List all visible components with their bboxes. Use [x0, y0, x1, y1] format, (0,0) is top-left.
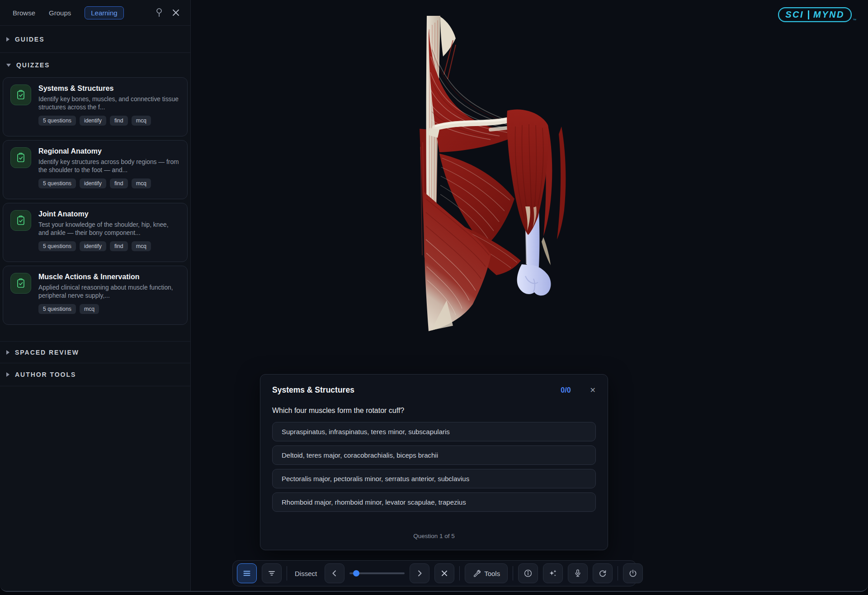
- badge: identify: [80, 178, 106, 188]
- quiz-card-muscle-actions[interactable]: Muscle Actions & Innervation Applied cli…: [3, 266, 188, 325]
- badge: mcq: [132, 241, 151, 251]
- wrench-icon: [472, 569, 481, 577]
- quiz-card-joint-anatomy[interactable]: Joint Anatomy Test your knowledge of the…: [3, 203, 188, 262]
- badge: identify: [80, 116, 106, 126]
- quiz-card-icon: [10, 273, 31, 294]
- quiz-card-icon: [10, 84, 31, 105]
- dissect-close-button[interactable]: [434, 563, 454, 583]
- quiz-card-icon: [10, 210, 31, 231]
- sparkles-icon: [548, 569, 557, 578]
- app-window: SCI MYND ™ Browse Groups Learning: [0, 0, 868, 592]
- toolbar-divider: [287, 566, 287, 581]
- badge: mcq: [132, 178, 151, 188]
- quiz-card-title: Muscle Actions & Innervation: [38, 273, 180, 281]
- answer-option-3[interactable]: Pectoralis major, pectoralis minor, serr…: [272, 469, 596, 488]
- info-button[interactable]: [518, 563, 538, 583]
- anatomy-viewport[interactable]: [384, 11, 583, 341]
- badge: 5 questions: [38, 304, 76, 314]
- section-author-tools[interactable]: AUTHOR TOOLS: [0, 363, 190, 386]
- list-view-button[interactable]: [237, 563, 257, 583]
- power-button[interactable]: [623, 563, 643, 583]
- toolbar-divider: [513, 566, 513, 581]
- clipboard-check-icon: [15, 278, 26, 289]
- dissect-slider[interactable]: [349, 570, 405, 576]
- reset-view-button[interactable]: [593, 563, 613, 583]
- section-spaced-review[interactable]: SPACED REVIEW: [0, 341, 190, 363]
- section-guides[interactable]: GUIDES: [0, 26, 190, 53]
- logo-text-sci: SCI: [785, 9, 804, 20]
- quiz-card-regional-anatomy[interactable]: Regional Anatomy Identify key structures…: [3, 140, 188, 199]
- tools-label: Tools: [484, 570, 500, 577]
- dissect-next-button[interactable]: [410, 563, 429, 583]
- scimynd-logo-capsule: SCI MYND: [778, 7, 852, 22]
- chevron-right-icon: [6, 372, 9, 377]
- pin-icon: [155, 8, 163, 18]
- section-quizzes[interactable]: QUIZZES: [0, 53, 190, 77]
- tab-browse[interactable]: Browse: [13, 9, 35, 17]
- quiz-question: Which four muscles form the rotator cuff…: [272, 407, 596, 415]
- quiz-card-title: Regional Anatomy: [38, 147, 180, 155]
- close-icon: [172, 9, 179, 16]
- section-author-tools-label: AUTHOR TOOLS: [15, 371, 76, 378]
- pin-button[interactable]: [155, 8, 163, 18]
- tab-learning[interactable]: Learning: [85, 6, 123, 19]
- refresh-icon: [598, 569, 607, 578]
- logo-trademark: ™: [853, 18, 856, 22]
- tools-button[interactable]: Tools: [465, 563, 508, 583]
- clipboard-check-icon: [15, 89, 26, 100]
- menu-icon: [242, 569, 251, 578]
- x-icon: [441, 570, 448, 577]
- quiz-card-description: Identify key structures across body regi…: [38, 158, 180, 174]
- chevron-down-icon: [6, 64, 11, 67]
- chevron-left-icon: [330, 569, 339, 577]
- answer-option-4[interactable]: Rhomboid major, rhomboid minor, levator …: [272, 492, 596, 512]
- microphone-icon: [573, 569, 582, 578]
- clipboard-check-icon: [15, 152, 26, 163]
- sidebar: Browse Groups Learning GUIDES: [0, 0, 191, 591]
- tab-groups[interactable]: Groups: [49, 9, 71, 17]
- logo-text-mynd: MYND: [813, 9, 844, 20]
- answer-option-2[interactable]: Deltoid, teres major, coracobrachialis, …: [272, 445, 596, 465]
- badge: find: [110, 241, 128, 251]
- dissect-label: Dissect: [292, 570, 320, 577]
- bottom-toolbar: Dissect Tools: [232, 560, 637, 586]
- quiz-card-description: Test your knowledge of the shoulder, hip…: [38, 221, 180, 237]
- quiz-card-description: Identify key bones, muscles, and connect…: [38, 95, 180, 112]
- section-spaced-review-label: SPACED REVIEW: [15, 349, 79, 356]
- answer-option-1[interactable]: Supraspinatus, infraspinatus, teres mino…: [272, 422, 596, 441]
- quiz-card-description: Applied clinical reasoning about muscle …: [38, 284, 180, 300]
- dissect-prev-button[interactable]: [325, 563, 344, 583]
- section-guides-label: GUIDES: [15, 36, 44, 43]
- sidebar-tabs: Browse Groups Learning: [0, 0, 190, 26]
- filter-icon: [267, 569, 276, 578]
- quiz-card-list: Systems & Structures Identify key bones,…: [0, 77, 190, 325]
- close-sidebar-button[interactable]: [172, 9, 179, 16]
- scimynd-logo: SCI MYND ™: [778, 7, 856, 22]
- badge: mcq: [132, 116, 151, 126]
- quiz-card-title: Joint Anatomy: [38, 210, 180, 218]
- quiz-close-button[interactable]: ✕: [590, 386, 596, 394]
- toolbar-divider: [618, 566, 618, 581]
- quiz-card-title: Systems & Structures: [38, 84, 180, 93]
- badge: mcq: [80, 304, 99, 314]
- badge: find: [110, 116, 128, 126]
- filter-button[interactable]: [262, 563, 282, 583]
- chevron-right-icon: [415, 569, 424, 577]
- badge: 5 questions: [38, 178, 76, 188]
- quiz-progress: Question 1 of 5: [272, 533, 596, 539]
- logo-divider: [808, 10, 809, 19]
- badge: 5 questions: [38, 116, 76, 126]
- badge: find: [110, 178, 128, 188]
- clipboard-check-icon: [15, 215, 26, 226]
- toolbar-divider: [459, 566, 460, 581]
- ai-assistant-button[interactable]: [543, 563, 563, 583]
- badge: identify: [80, 241, 106, 251]
- info-icon: [524, 569, 533, 578]
- quiz-card-icon: [10, 147, 31, 168]
- slider-thumb[interactable]: [353, 570, 359, 576]
- chevron-right-icon: [6, 37, 9, 42]
- quiz-card-systems-structures[interactable]: Systems & Structures Identify key bones,…: [3, 77, 188, 136]
- quiz-score: 0/0: [561, 386, 571, 394]
- mic-button[interactable]: [568, 563, 588, 583]
- quiz-title: Systems & Structures: [272, 385, 561, 395]
